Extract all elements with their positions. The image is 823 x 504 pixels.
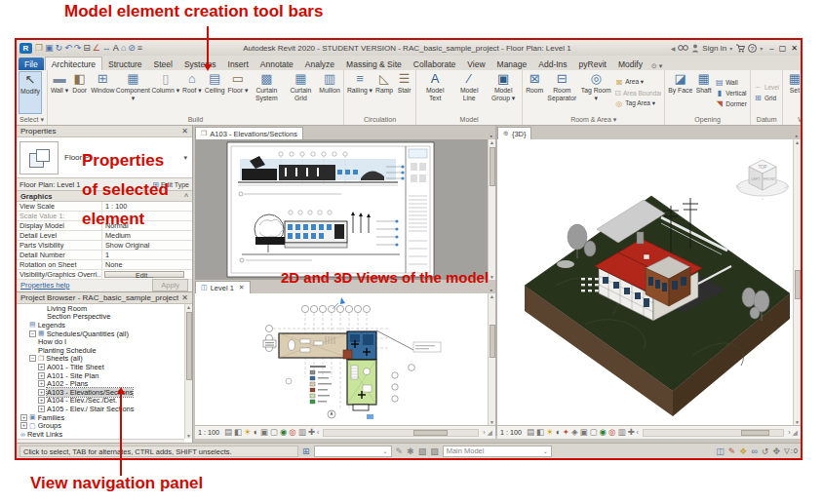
ribbon-button-dormer[interactable]: ◥Dormer	[715, 98, 747, 108]
expand-icon[interactable]: +	[38, 372, 45, 379]
expand-icon[interactable]: +	[38, 389, 45, 396]
property-value[interactable]: Show Original	[102, 241, 192, 250]
tree-item-a104-elev-sec-det[interactable]: +A104 - Elev./Sec./Det.	[17, 397, 184, 406]
help-icon[interactable]: ?	[748, 44, 757, 53]
threed-view-canvas[interactable]: TOP LEFT FRONT ⌂ ▲ ▼	[497, 139, 801, 425]
tree-item-how-do-i[interactable]: How do I	[17, 337, 184, 346]
plan-drawing[interactable]	[195, 293, 495, 425]
tree-item-a103-elevations-sections[interactable]: +A103 - Elevations/Sections	[17, 388, 184, 397]
rendering-icon[interactable]: ✦	[563, 428, 569, 437]
ribbon-button-modify[interactable]: ↖Modify	[19, 71, 42, 114]
expand-icon[interactable]: +	[38, 380, 45, 387]
ribbon-tab-modify[interactable]: Modify	[612, 58, 648, 70]
temporary-hide-icon[interactable]: ◉	[280, 428, 287, 437]
apply-button[interactable]: Apply	[152, 279, 188, 291]
graphics-section-header[interactable]: Graphics	[20, 192, 53, 201]
ribbon-tab-pyrevit[interactable]: pyRevit	[573, 58, 612, 70]
help-dropdown-icon[interactable]: ▾	[760, 45, 763, 52]
sync-icon[interactable]: ↻	[55, 43, 64, 53]
scroll-right-icon[interactable]: ›	[483, 429, 485, 436]
ribbon-button-wall[interactable]: ▤Wall	[715, 77, 747, 87]
scale-button[interactable]: 1 : 100	[500, 428, 522, 437]
tree-item-families[interactable]: +▣Families	[17, 413, 184, 422]
ribbon-button-tag-area[interactable]: ◎Tag Area ▾	[614, 98, 661, 108]
property-value[interactable]: None	[102, 260, 192, 269]
ribbon-button-curtain-system[interactable]: ▩Curtain System	[250, 71, 283, 114]
pin-icon[interactable]: ▪	[796, 133, 798, 139]
search-icon[interactable]	[678, 44, 688, 53]
dropdown-icon[interactable]: ▾	[729, 45, 732, 52]
tab-3d[interactable]: ⊕ {3D}	[497, 127, 531, 139]
tree-item-a105-elev-stair-sections[interactable]: +A105 - Elev./ Stair Sections	[17, 405, 184, 413]
sign-in-button[interactable]: Sign In	[702, 44, 726, 53]
crop-region-icon[interactable]: ▢	[590, 428, 598, 437]
text-icon[interactable]: A	[112, 43, 120, 53]
ribbon-button-level[interactable]: −Level	[754, 83, 780, 93]
redo-icon[interactable]: ↷	[73, 43, 83, 53]
ribbon-button-room[interactable]: ⊠Room	[525, 71, 544, 114]
collapse-icon[interactable]: −	[29, 355, 36, 362]
tree-item-sheets-all[interactable]: −❐Sheets (all)	[17, 355, 184, 364]
crop-view-icon[interactable]: ▣	[260, 428, 268, 437]
selection-toggle-icon[interactable]: ✥	[772, 446, 780, 456]
expand-icon[interactable]: +	[20, 422, 27, 429]
scroll-thumb[interactable]	[413, 430, 448, 436]
ribbon-button-room-separator[interactable]: ⊟Room Separator	[545, 71, 578, 114]
ribbon-button-vertical[interactable]: ▮Vertical	[715, 88, 747, 97]
collapse-section-icon[interactable]: ^	[184, 193, 188, 200]
active-workset-dropdown[interactable]: Main Model⌄	[443, 446, 552, 457]
sheet-drawing[interactable]	[195, 139, 495, 280]
tree-item-a001-title-sheet[interactable]: +A001 - Title Sheet	[17, 363, 184, 371]
minimize-button[interactable]: –	[769, 44, 773, 53]
expand-icon[interactable]: +	[38, 397, 45, 404]
tree-item-a101-site-plan[interactable]: +A101 - Site Plan	[17, 371, 184, 380]
background-processes-icon[interactable]: ↺	[762, 446, 769, 456]
ribbon-button-floor[interactable]: ▭Floor ▾	[227, 71, 250, 114]
collapse-icon[interactable]: −	[29, 330, 36, 337]
ribbon-button-stair[interactable]: ☰Stair	[395, 71, 413, 114]
ribbon-button-column[interactable]: ▯Column ▾	[150, 71, 180, 114]
ribbon-button-curtain-grid[interactable]: ▦Curtain Grid	[284, 71, 317, 114]
ribbon-button-ceiling[interactable]: ▤Ceiling	[204, 71, 226, 114]
scroll-left-icon[interactable]: ‹	[637, 429, 639, 436]
editing-requests-icon[interactable]: ✎	[728, 446, 736, 456]
ribbon-button-mullion[interactable]: ▥Mullion	[318, 71, 341, 114]
ribbon-tab-architecture[interactable]: Architecture	[45, 57, 102, 70]
close-icon[interactable]: ✕	[239, 284, 245, 291]
section-icon[interactable]: ⊘	[127, 43, 137, 53]
ribbon-button-ramp[interactable]: ◺Ramp	[374, 71, 394, 114]
tree-item-groups[interactable]: +▢Groups	[17, 421, 184, 430]
viewcube[interactable]: TOP LEFT FRONT ⌂	[736, 160, 789, 201]
ribbon-tab-massing-site[interactable]: Massing & Site	[340, 58, 408, 70]
ribbon-button-door[interactable]: ◧Door	[70, 71, 89, 114]
tree-item-section-perspective[interactable]: Section Perspective	[17, 313, 184, 322]
scroll-up-icon[interactable]: ▲	[490, 293, 494, 299]
ribbon-button-model-group[interactable]: ▣Model Group ▾	[487, 71, 520, 114]
workset-status-icon[interactable]: ▨	[430, 446, 439, 456]
pin-icon[interactable]: ▪	[490, 133, 492, 139]
sun-path-icon[interactable]: ☀	[546, 428, 554, 437]
ribbon-tab-manage[interactable]: Manage	[491, 58, 533, 70]
tree-item-schedules-quantities-all[interactable]: −▦Schedules/Quantities (all)	[17, 330, 184, 338]
ribbon-button-wall[interactable]: ▬Wall ▾	[50, 71, 69, 114]
detail-level-icon[interactable]: ▤	[527, 428, 534, 437]
scroll-thumb[interactable]	[490, 147, 495, 186]
ribbon-button-model-text[interactable]: AModel Text	[418, 71, 451, 114]
lock-view-icon[interactable]: ◈	[571, 428, 578, 437]
resize-grip[interactable]: ◢	[488, 429, 492, 437]
tab-level-1[interactable]: ◫ Level 1 ✕	[195, 281, 251, 293]
ribbon-tab-analyze[interactable]: Analyze	[299, 58, 340, 70]
links-icon[interactable]: ∞	[751, 446, 757, 456]
design-options-dropdown[interactable]: ⌄	[314, 446, 392, 457]
expand-icon[interactable]: +	[20, 414, 27, 421]
ribbon-tab-collaborate[interactable]: Collaborate	[408, 58, 461, 70]
modify-state-dropdown-icon[interactable]: ⊙ ▾	[651, 62, 662, 70]
browser-scrollbar[interactable]: ▲ ▼	[184, 304, 192, 439]
worksets-icon[interactable]: ❖	[739, 446, 747, 456]
scroll-thumb[interactable]	[795, 270, 801, 299]
tab-sheet-a103[interactable]: ❐ A103 - Elevations/Sections	[195, 127, 303, 139]
crop-view-icon[interactable]: ▣	[579, 428, 587, 437]
plan-view-scrollbar[interactable]: ▲ ▼	[488, 293, 495, 425]
sheet-view-canvas[interactable]: ▲ ▼	[195, 139, 495, 280]
measure-icon[interactable]: ∠	[92, 43, 101, 53]
